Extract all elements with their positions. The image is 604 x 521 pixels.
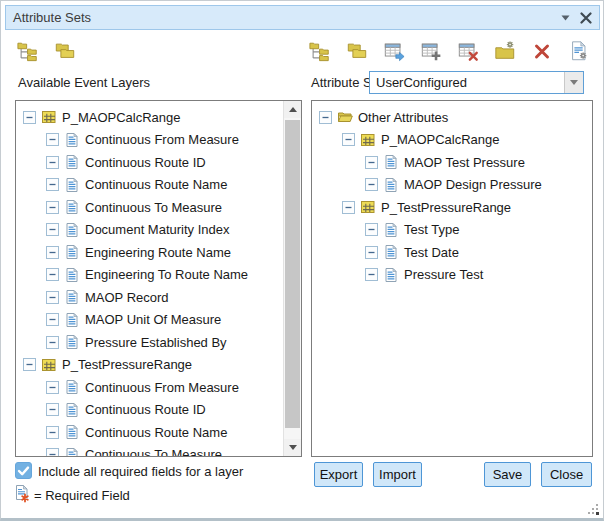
- collapse-toggle-icon[interactable]: [46, 403, 59, 416]
- table-yellow-icon: [41, 357, 57, 373]
- doc-icon: [64, 334, 80, 350]
- vertical-scrollbar[interactable]: [283, 101, 301, 456]
- export-button[interactable]: Export: [314, 462, 363, 487]
- tree-item-continuous-to-measure[interactable]: Continuous To Measure: [17, 196, 283, 219]
- close-button[interactable]: Close: [541, 462, 592, 487]
- tree-item-continuous-route-id[interactable]: Continuous Route ID: [17, 151, 283, 174]
- collapse-toggle-icon[interactable]: [46, 291, 59, 304]
- attribute-set-combobox[interactable]: UserConfigured: [369, 71, 584, 94]
- collapse-toggle-icon[interactable]: [365, 156, 378, 169]
- tree-item-maop-unit-of-measure[interactable]: MAOP Unit Of Measure: [17, 309, 283, 332]
- collapse-toggle-icon[interactable]: [46, 201, 59, 214]
- required-field-legend-label: = Required Field: [34, 488, 130, 503]
- save-button[interactable]: Save: [484, 462, 531, 487]
- attribute-set-panel: Other AttributesP_MAOPCalcRangeMAOP Test…: [311, 100, 593, 457]
- tree-item-maop-record[interactable]: MAOP Record: [17, 286, 283, 309]
- collapse-toggle-icon[interactable]: [46, 381, 59, 394]
- tree-item-label: Test Type: [404, 222, 459, 237]
- collapse-toggle-icon[interactable]: [46, 268, 59, 281]
- collapse-toggle-icon[interactable]: [46, 448, 59, 456]
- include-required-fields-checkbox[interactable]: [15, 462, 32, 479]
- scroll-down-icon[interactable]: [284, 439, 301, 456]
- dropdown-menu-icon[interactable]: [561, 15, 570, 21]
- tree-item-p-maopcalcrange[interactable]: P_MAOPCalcRange: [17, 106, 283, 129]
- tree-item-label: MAOP Unit Of Measure: [85, 312, 221, 327]
- tree-item-test-type[interactable]: Test Type: [313, 219, 591, 242]
- collapse-toggle-icon[interactable]: [23, 358, 36, 371]
- document-gear-icon[interactable]: [567, 39, 590, 62]
- tree-item-maop-design-pressure[interactable]: MAOP Design Pressure: [313, 174, 591, 197]
- tree-item-pressure-established-by[interactable]: Pressure Established By: [17, 331, 283, 354]
- collapse-toggle-icon[interactable]: [342, 201, 355, 214]
- tree-item-continuous-to-measure[interactable]: Continuous To Measure: [17, 444, 283, 457]
- window-title: Attribute Sets: [13, 10, 561, 25]
- tree-item-engineering-route-name[interactable]: Engineering Route Name: [17, 241, 283, 264]
- doc-icon: [64, 312, 80, 328]
- collapse-toggle-icon[interactable]: [46, 426, 59, 439]
- tree-item-continuous-route-id[interactable]: Continuous Route ID: [17, 399, 283, 422]
- doc-icon: [64, 132, 80, 148]
- tree-item-engineering-to-route-name[interactable]: Engineering To Route Name: [17, 264, 283, 287]
- tree-item-label: Continuous Route Name: [85, 177, 227, 192]
- scrollbar-thumb[interactable]: [285, 120, 300, 428]
- table-export-icon[interactable]: [382, 39, 405, 62]
- doc-icon: [64, 447, 80, 456]
- delete-x-icon[interactable]: [530, 39, 553, 62]
- folders-open-icon[interactable]: [53, 39, 76, 62]
- collapse-toggle-icon[interactable]: [365, 223, 378, 236]
- available-layers-tree: P_MAOPCalcRangeContinuous From MeasureCo…: [17, 106, 283, 456]
- doc-icon: [383, 222, 399, 238]
- tree-item-label: Continuous To Measure: [85, 447, 222, 456]
- tree-item-continuous-from-measure[interactable]: Continuous From Measure: [17, 376, 283, 399]
- doc-icon: [64, 154, 80, 170]
- combobox-value: UserConfigured: [370, 75, 564, 90]
- tree-item-maop-test-pressure[interactable]: MAOP Test Pressure: [313, 151, 591, 174]
- tree-item-p-maopcalcrange[interactable]: P_MAOPCalcRange: [313, 129, 591, 152]
- tree-item-label: Engineering To Route Name: [85, 267, 248, 282]
- import-button[interactable]: Import: [373, 462, 422, 487]
- folder-hierarchy-icon[interactable]: [16, 39, 39, 62]
- tree-item-label: Pressure Test: [404, 267, 483, 282]
- tree-item-label: Continuous Route ID: [85, 155, 206, 170]
- combobox-dropdown-icon[interactable]: [564, 72, 583, 93]
- tree-item-continuous-from-measure[interactable]: Continuous From Measure: [17, 129, 283, 152]
- collapse-toggle-icon[interactable]: [365, 268, 378, 281]
- tree-item-document-maturity-index[interactable]: Document Maturity Index: [17, 219, 283, 242]
- collapse-toggle-icon[interactable]: [319, 111, 332, 124]
- collapse-toggle-icon[interactable]: [365, 178, 378, 191]
- collapse-toggle-icon[interactable]: [365, 246, 378, 259]
- collapse-toggle-icon[interactable]: [46, 223, 59, 236]
- table-add-icon[interactable]: [419, 39, 442, 62]
- required-field-icon: [14, 484, 30, 503]
- include-required-fields-label: Include all required fields for a layer: [38, 464, 243, 479]
- tree-item-label: MAOP Record: [85, 290, 169, 305]
- collapse-toggle-icon[interactable]: [46, 178, 59, 191]
- tree-item-p-testpressurerange[interactable]: P_TestPressureRange: [313, 196, 591, 219]
- tree-item-other-attributes[interactable]: Other Attributes: [313, 106, 591, 129]
- tree-item-label: Continuous From Measure: [85, 132, 239, 147]
- tree-item-label: P_MAOPCalcRange: [62, 110, 181, 125]
- collapse-toggle-icon[interactable]: [23, 111, 36, 124]
- tree-item-pressure-test[interactable]: Pressure Test: [313, 264, 591, 287]
- close-icon[interactable]: [580, 12, 592, 24]
- folders-open-icon[interactable]: [345, 39, 368, 62]
- tree-item-label: MAOP Design Pressure: [404, 177, 542, 192]
- collapse-toggle-icon[interactable]: [46, 246, 59, 259]
- collapse-toggle-icon[interactable]: [46, 313, 59, 326]
- collapse-toggle-icon[interactable]: [46, 336, 59, 349]
- tree-item-continuous-route-name[interactable]: Continuous Route Name: [17, 174, 283, 197]
- scroll-up-icon[interactable]: [284, 101, 301, 118]
- tree-item-test-date[interactable]: Test Date: [313, 241, 591, 264]
- right-toolbar: [308, 39, 590, 62]
- collapse-toggle-icon[interactable]: [46, 133, 59, 146]
- tree-item-continuous-route-name[interactable]: Continuous Route Name: [17, 421, 283, 444]
- tree-item-label: Other Attributes: [358, 110, 448, 125]
- table-remove-icon[interactable]: [456, 39, 479, 62]
- collapse-toggle-icon[interactable]: [342, 133, 355, 146]
- tree-item-p-testpressurerange[interactable]: P_TestPressureRange: [17, 354, 283, 377]
- folder-hierarchy-icon[interactable]: [308, 39, 331, 62]
- attribute-sets-dialog: Attribute Sets Available Event Layers At…: [0, 0, 604, 521]
- folder-gear-icon[interactable]: [493, 39, 516, 62]
- collapse-toggle-icon[interactable]: [46, 156, 59, 169]
- resize-grip[interactable]: [586, 502, 600, 516]
